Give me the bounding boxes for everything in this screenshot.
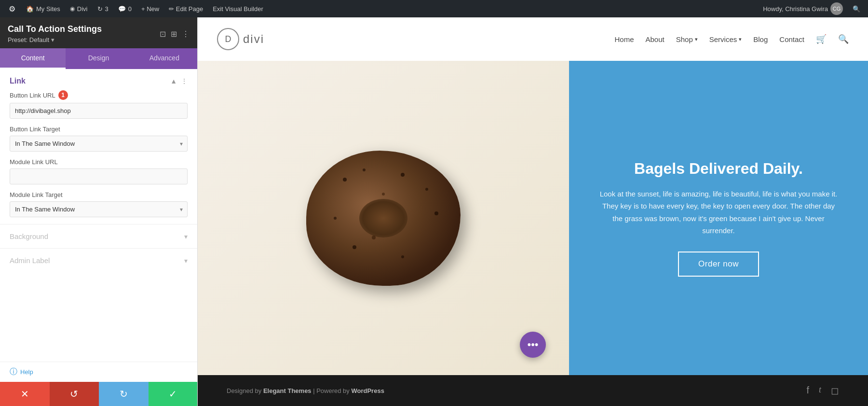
divi-icon: ◉ xyxy=(70,5,75,12)
admin-user-greeting[interactable]: Howdy, Christina Gwira CG xyxy=(759,2,847,15)
avatar: CG xyxy=(830,2,843,15)
nav-services[interactable]: Services ▾ xyxy=(709,35,742,43)
panel-title: Call To Action Settings xyxy=(8,24,102,34)
floating-action-button[interactable]: ••• xyxy=(520,332,546,358)
comment-icon: 💬 xyxy=(118,5,126,13)
search-icon-nav[interactable]: 🔍 xyxy=(838,34,849,44)
background-section-header[interactable]: Background ▾ xyxy=(10,224,188,248)
hero-right: Bagels Delivered Daily. Look at the suns… xyxy=(569,61,868,375)
panel-preset[interactable]: Preset: Default ▾ xyxy=(8,36,102,43)
link-section-header: Link ▲ ⋮ xyxy=(0,69,197,90)
facebook-icon[interactable]: f xyxy=(806,385,809,396)
shop-dropdown-icon: ▾ xyxy=(695,36,698,42)
bagel-seeds-svg xyxy=(306,151,461,286)
nav-about[interactable]: About xyxy=(645,35,664,43)
cancel-button[interactable]: ✕ xyxy=(0,382,50,406)
tab-design[interactable]: Design xyxy=(66,48,131,69)
background-section: Background ▾ xyxy=(0,224,197,248)
left-panel: Call To Action Settings Preset: Default … xyxy=(0,17,198,406)
main-layout: Call To Action Settings Preset: Default … xyxy=(0,17,868,406)
nav-contact[interactable]: Contact xyxy=(779,35,804,43)
admin-comments[interactable]: 💬 0 xyxy=(114,0,136,17)
link-section-more-icon[interactable]: ⋮ xyxy=(181,77,188,85)
cta-box: Bagels Delivered Daily. Look at the suns… xyxy=(598,159,839,276)
button-link-target-select[interactable]: In The Same Window In A New Window xyxy=(10,136,188,152)
footer-icons: f t ◻ xyxy=(806,385,839,396)
svg-point-0 xyxy=(343,178,347,182)
svg-point-9 xyxy=(372,236,376,239)
link-section-title: Link xyxy=(10,77,26,85)
svg-point-1 xyxy=(363,168,366,171)
wp-logo[interactable]: ⚙ xyxy=(4,0,20,17)
admin-divi[interactable]: ◉ Divi xyxy=(66,0,92,17)
undo-button[interactable]: ↺ xyxy=(50,382,99,406)
footer-text: Designed by Elegant Themes | Powered by … xyxy=(227,387,384,394)
module-link-target-select[interactable]: In The Same Window In A New Window xyxy=(10,201,188,217)
button-link-url-label: Button Link URL 1 xyxy=(10,90,188,100)
module-link-url-group: Module Link URL xyxy=(0,158,197,191)
hero-section: Bagels Delivered Daily. Look at the suns… xyxy=(198,61,868,375)
floating-btn-icon: ••• xyxy=(527,338,538,351)
refresh-icon: ↻ xyxy=(97,5,103,13)
cart-icon[interactable]: 🛒 xyxy=(816,34,827,44)
bagel-image xyxy=(306,151,461,286)
admin-new[interactable]: + New xyxy=(137,0,163,17)
instagram-icon[interactable]: ◻ xyxy=(831,385,839,396)
site-logo: D divi xyxy=(217,28,264,50)
nav-blog[interactable]: Blog xyxy=(753,35,768,43)
home-icon: 🏠 xyxy=(26,5,34,13)
services-dropdown-icon: ▾ xyxy=(739,36,742,42)
module-link-target-group: Module Link Target In The Same Window In… xyxy=(0,191,197,224)
admin-search[interactable]: 🔍 xyxy=(849,5,864,13)
tab-content[interactable]: Content xyxy=(0,48,66,69)
svg-point-8 xyxy=(382,193,385,196)
badge-1: 1 xyxy=(58,90,68,100)
action-buttons: ✕ ↺ ↻ ✓ xyxy=(0,382,198,406)
panel-collapse-icon[interactable]: ⊡ xyxy=(160,29,166,39)
admin-refresh[interactable]: ↻ 3 xyxy=(94,0,112,17)
help-icon: ⓘ xyxy=(10,367,17,377)
twitter-icon[interactable]: t xyxy=(819,385,821,396)
panel-bottom: ⓘ Help ✕ ↺ ↻ ✓ xyxy=(0,362,198,406)
button-link-url-input[interactable] xyxy=(10,103,188,119)
panel-more-icon[interactable]: ⋮ xyxy=(182,29,190,39)
site-menu: Home About Shop ▾ Services ▾ Blog Contac… xyxy=(614,34,849,44)
svg-point-3 xyxy=(425,188,428,191)
svg-point-6 xyxy=(353,245,356,249)
help-row: ⓘ Help xyxy=(0,362,198,382)
cta-order-button[interactable]: Order now xyxy=(678,252,759,277)
tab-advanced[interactable]: Advanced xyxy=(132,48,197,69)
site-nav: D divi Home About Shop ▾ Services ▾ Blog… xyxy=(198,17,868,61)
admin-label-section-header[interactable]: Admin Label ▾ xyxy=(10,249,188,272)
button-link-target-select-wrap: In The Same Window In A New Window ▾ xyxy=(10,136,188,152)
button-link-url-group: Button Link URL 1 xyxy=(0,90,197,126)
panel-expand-icon[interactable]: ⊞ xyxy=(171,29,177,39)
admin-label-chevron-icon: ▾ xyxy=(184,257,188,265)
save-button[interactable]: ✓ xyxy=(149,382,198,406)
module-link-target-select-wrap: In The Same Window In A New Window ▾ xyxy=(10,201,188,217)
button-link-target-group: Button Link Target In The Same Window In… xyxy=(0,126,197,158)
site-footer: Designed by Elegant Themes | Powered by … xyxy=(198,375,868,406)
background-chevron-icon: ▾ xyxy=(184,233,188,240)
cta-body: Look at the sunset, life is amazing, lif… xyxy=(598,188,839,237)
nav-home[interactable]: Home xyxy=(614,35,634,43)
cta-title: Bagels Delivered Daily. xyxy=(598,159,839,178)
svg-point-7 xyxy=(401,255,404,258)
admin-exit-builder[interactable]: Exit Visual Builder xyxy=(209,0,267,17)
link-section-collapse-icon[interactable]: ▲ xyxy=(170,77,177,85)
admin-edit-page[interactable]: ✏ Edit Page xyxy=(165,0,207,17)
nav-shop[interactable]: Shop ▾ xyxy=(676,35,698,43)
svg-point-5 xyxy=(334,217,337,220)
admin-label-section: Admin Label ▾ xyxy=(0,248,197,272)
panel-tabs: Content Design Advanced xyxy=(0,48,197,69)
redo-button[interactable]: ↻ xyxy=(99,382,149,406)
panel-header-icons: ⊡ ⊞ ⋮ xyxy=(160,29,190,39)
link-section-actions: ▲ ⋮ xyxy=(170,77,188,85)
module-link-url-label: Module Link URL xyxy=(10,158,188,166)
admin-bar-right: Howdy, Christina Gwira CG 🔍 xyxy=(759,2,864,15)
module-link-target-label: Module Link Target xyxy=(10,191,188,198)
module-link-url-input[interactable] xyxy=(10,168,188,184)
help-label[interactable]: Help xyxy=(20,368,33,376)
panel-header: Call To Action Settings Preset: Default … xyxy=(0,17,197,48)
admin-my-sites[interactable]: 🏠 My Sites xyxy=(22,0,64,17)
